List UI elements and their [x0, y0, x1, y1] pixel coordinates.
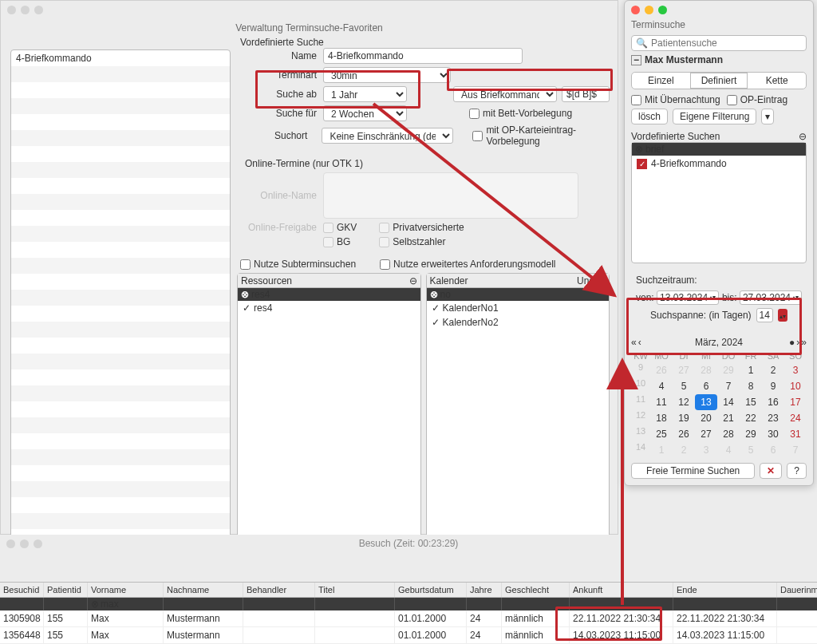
table-row[interactable]: 1305908155MaxMustermann01.01.200024männl… [0, 610, 817, 627]
cal-day[interactable]: 26 [650, 362, 673, 378]
filter-cell[interactable] [164, 598, 243, 610]
span-input[interactable]: 14 [756, 308, 773, 322]
cal-day[interactable]: 16 [762, 394, 784, 410]
help-button[interactable]: ? [787, 463, 807, 479]
col-header[interactable]: Geschlecht [502, 583, 570, 597]
filter-cell[interactable] [44, 598, 88, 610]
col-header[interactable]: Vorname [88, 583, 164, 597]
filter-cell[interactable] [395, 598, 467, 610]
minimize-icon[interactable] [645, 6, 653, 14]
favorites-sidebar[interactable]: 4-Briefkommando [10, 49, 231, 544]
filter-cell[interactable] [467, 598, 502, 610]
cal-day[interactable]: 3 [695, 442, 717, 458]
col-header[interactable]: Behandler [243, 583, 315, 597]
col-header[interactable]: Patientid [44, 583, 88, 597]
cal-day[interactable]: 23 [762, 410, 784, 426]
filter-cell[interactable] [315, 598, 395, 610]
cal-day[interactable]: 10 [784, 378, 807, 394]
cal-day[interactable]: 5 [740, 442, 762, 458]
cal-day[interactable]: 8 [740, 378, 762, 394]
filter-cell[interactable] [243, 598, 315, 610]
cal-day[interactable]: 29 [740, 426, 762, 442]
check-sub[interactable] [240, 259, 251, 270]
col-header[interactable]: Titel [315, 583, 395, 597]
briefkommando-select[interactable]: Aus Briefkommando [453, 86, 557, 102]
search-button[interactable]: Freie Termine Suchen [631, 463, 755, 479]
filter-icon-button[interactable]: ▾ [761, 109, 774, 124]
cal-day[interactable]: 28 [717, 426, 740, 442]
cal-day[interactable]: 3 [784, 362, 807, 378]
list-item[interactable]: ✓4-Briefkommando [632, 156, 806, 172]
col-header[interactable]: Nachname [164, 583, 243, 597]
cal-day[interactable]: 22 [740, 410, 762, 426]
filter-cell[interactable] [570, 598, 673, 610]
col-header[interactable]: Ende [673, 583, 777, 597]
name-input[interactable] [323, 48, 523, 64]
seg-einzel[interactable]: Einzel [632, 73, 690, 89]
col-header[interactable]: Ankunft [570, 583, 673, 597]
cal-day[interactable]: 26 [673, 426, 695, 442]
cal-day[interactable]: 25 [650, 426, 673, 442]
zoom-icon[interactable] [34, 6, 43, 14]
cal-day[interactable]: 11 [650, 394, 673, 410]
cal-day[interactable]: 18 [650, 410, 673, 426]
seg-kette[interactable]: Kette [748, 73, 806, 89]
clear-icon[interactable]: ⊗ [241, 289, 249, 300]
col-header[interactable]: Besuchid [0, 583, 44, 597]
sidebar-item[interactable]: 4-Briefkommando [11, 50, 230, 66]
mode-segment[interactable]: Einzel Definiert Kette [631, 72, 807, 89]
minimize-icon[interactable] [20, 539, 29, 548]
prev-month-icon[interactable]: ‹ [638, 337, 641, 348]
check-opeintrag[interactable] [727, 95, 737, 105]
cal-day[interactable]: 17 [784, 394, 807, 410]
cal-day[interactable]: 7 [784, 442, 807, 458]
filter-cell[interactable] [777, 598, 817, 610]
zoom-icon[interactable] [658, 6, 667, 14]
cal-day[interactable]: 31 [784, 426, 807, 442]
next-month-icon[interactable]: › [796, 337, 799, 348]
predef-filter[interactable]: ⊗brief [632, 143, 806, 156]
cal-day[interactable]: 6 [762, 442, 784, 458]
cal-day[interactable]: 1 [650, 442, 673, 458]
cal-day[interactable]: 13 [695, 394, 717, 410]
filter-cell[interactable]: ⊗max [88, 598, 164, 610]
suchort-select[interactable]: Keine Einschränkung (default) [322, 128, 453, 144]
minus-icon[interactable]: ⊖ [409, 275, 417, 286]
check-op[interactable] [472, 131, 483, 141]
cal-day[interactable]: 6 [695, 378, 717, 394]
stepper-icon[interactable]: ▴▾ [709, 295, 716, 300]
collapse-icon[interactable]: − [631, 55, 641, 65]
seg-definiert[interactable]: Definiert [690, 73, 748, 89]
cal-day[interactable]: 2 [762, 362, 784, 378]
col-header[interactable]: Geburtsdatum [395, 583, 467, 597]
list-item[interactable]: ✓ res4 [238, 301, 420, 315]
check-erw[interactable] [380, 259, 390, 270]
close-icon[interactable] [631, 6, 640, 14]
ressourcen-filter[interactable]: ⊗res4 [238, 288, 420, 301]
zoom-icon[interactable] [34, 539, 42, 548]
cal-day[interactable]: 19 [673, 410, 695, 426]
suchefuer-select[interactable]: 2 Wochen [323, 105, 407, 121]
kalender-filter[interactable]: ⊗no [427, 288, 610, 301]
close-icon[interactable] [7, 6, 16, 14]
list-item[interactable]: ✓ KalenderNo2 [427, 315, 610, 330]
cal-day[interactable]: 15 [740, 394, 762, 410]
cal-day[interactable]: 29 [717, 362, 740, 378]
cal-day[interactable]: 24 [784, 410, 807, 426]
minimize-icon[interactable] [21, 6, 30, 14]
cal-day[interactable]: 9 [762, 378, 784, 394]
cal-day[interactable]: 21 [717, 410, 740, 426]
patient-search-input[interactable] [651, 38, 802, 49]
prev-year-icon[interactable]: « [631, 337, 637, 348]
brief-macro-input[interactable] [562, 86, 610, 102]
cancel-button[interactable]: ✕ [760, 463, 782, 479]
stepper-icon[interactable]: ▴▾ [778, 309, 787, 322]
table-row[interactable]: 1356448155MaxMustermann01.01.200024männl… [0, 627, 817, 644]
cal-day[interactable]: 5 [673, 378, 695, 394]
stepper-icon[interactable]: ▴▾ [792, 295, 799, 300]
today-icon[interactable]: ● [789, 337, 795, 348]
cal-day[interactable]: 4 [717, 442, 740, 458]
loesch-button[interactable]: lösch [631, 109, 668, 124]
cal-day[interactable]: 30 [762, 426, 784, 442]
cal-day[interactable]: 28 [695, 362, 717, 378]
